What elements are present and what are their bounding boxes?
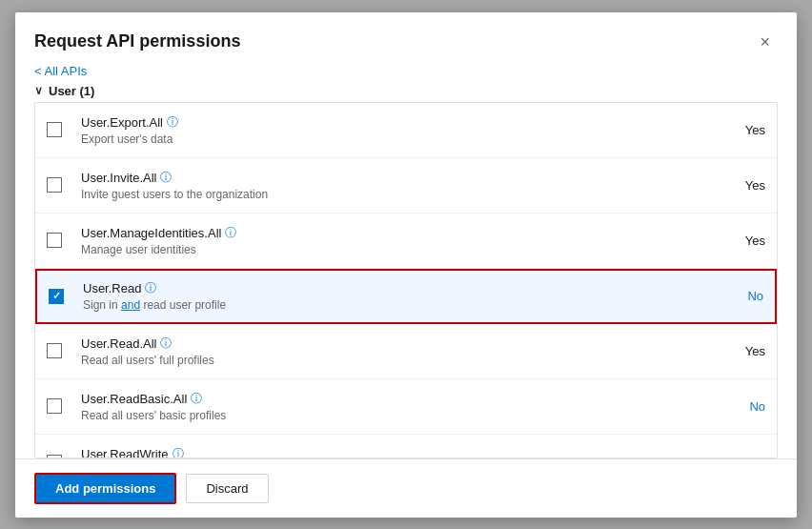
permission-info: User.Read.All ⓘRead all users' full prof… <box>73 336 689 367</box>
permission-name: User.Export.All ⓘ <box>81 114 681 131</box>
info-icon[interactable]: ⓘ <box>160 170 172 186</box>
permission-description: Sign in and read user profile <box>83 298 680 312</box>
info-icon[interactable]: ⓘ <box>167 114 178 131</box>
admin-consent-value: No <box>687 289 763 303</box>
add-permissions-button[interactable]: Add permissions <box>34 473 176 504</box>
permission-checkbox[interactable] <box>47 233 62 248</box>
modal-title: Request API permissions <box>34 31 240 51</box>
permission-row[interactable]: User.ManageIdentities.All ⓘManage user i… <box>35 214 777 269</box>
permission-row[interactable]: User.Export.All ⓘExport user's dataYes <box>35 103 777 158</box>
permission-checkbox[interactable] <box>47 343 62 358</box>
permission-info: User.ReadBasic.All ⓘRead all users' basi… <box>73 391 689 422</box>
permission-row[interactable]: User.ReadWrite ⓘRead and write access to… <box>35 435 777 458</box>
permission-name: User.Invite.All ⓘ <box>81 170 681 186</box>
admin-consent-value: Yes <box>689 178 765 193</box>
checkbox-cell <box>49 289 75 304</box>
modal-body: < All APIs ∨ User (1) User.Export.All ⓘE… <box>15 64 797 458</box>
info-icon[interactable]: ⓘ <box>191 391 202 407</box>
permissions-list[interactable]: User.Export.All ⓘExport user's dataYesUs… <box>34 102 778 458</box>
info-icon[interactable]: ⓘ <box>145 280 156 296</box>
checkbox-cell <box>47 343 73 358</box>
permission-checkbox[interactable] <box>49 289 64 304</box>
info-icon[interactable]: ⓘ <box>225 225 236 241</box>
modal-footer: Add permissions Discard <box>15 458 797 518</box>
permission-checkbox[interactable] <box>47 122 62 137</box>
chevron-down-icon: ∨ <box>34 84 43 97</box>
permission-row[interactable]: User.Read.All ⓘRead all users' full prof… <box>35 324 777 379</box>
permission-info: User.Invite.All ⓘInvite guest users to t… <box>73 170 689 201</box>
info-icon[interactable]: ⓘ <box>160 336 172 352</box>
permission-description: Invite guest users to the organization <box>81 188 681 201</box>
modal-overlay: Request API permissions × < All APIs ∨ U… <box>0 0 812 529</box>
permission-description: Read all users' full profiles <box>81 354 681 367</box>
admin-consent-value: Yes <box>689 123 765 137</box>
permission-description: Export user's data <box>81 132 681 146</box>
back-link[interactable]: < All APIs <box>34 64 778 78</box>
checkbox-cell <box>47 122 73 137</box>
info-icon[interactable]: ⓘ <box>173 446 184 458</box>
permission-info: User.Read ⓘSign in and read user profile <box>75 280 687 312</box>
permission-name: User.ReadBasic.All ⓘ <box>81 391 681 407</box>
checkbox-cell <box>47 177 73 193</box>
permission-description: Manage user identities <box>81 243 681 256</box>
permission-info: User.ManageIdentities.All ⓘManage user i… <box>73 225 689 256</box>
checkbox-cell <box>47 233 73 248</box>
close-button[interactable]: × <box>752 30 778 54</box>
permission-name: User.ManageIdentities.All ⓘ <box>81 225 681 241</box>
request-api-permissions-modal: Request API permissions × < All APIs ∨ U… <box>15 12 797 518</box>
permission-name: User.Read ⓘ <box>83 280 680 296</box>
permission-name: User.ReadWrite ⓘ <box>81 446 681 458</box>
admin-consent-value: Yes <box>689 234 765 248</box>
admin-consent-value: No <box>689 399 765 414</box>
permission-name: User.Read.All ⓘ <box>81 336 681 352</box>
permission-info: User.Export.All ⓘExport user's data <box>73 114 689 146</box>
permission-checkbox[interactable] <box>47 177 62 193</box>
modal-header: Request API permissions × <box>15 12 797 64</box>
permission-checkbox[interactable] <box>47 398 62 414</box>
discard-button[interactable]: Discard <box>186 474 268 503</box>
permission-row[interactable]: User.ReadBasic.All ⓘRead all users' basi… <box>35 379 777 435</box>
permission-description: Read all users' basic profiles <box>81 409 681 422</box>
checkbox-cell <box>47 398 73 414</box>
permission-row[interactable]: User.Read ⓘSign in and read user profile… <box>35 269 777 324</box>
admin-consent-value: Yes <box>689 344 765 358</box>
permission-info: User.ReadWrite ⓘRead and write access to… <box>73 446 689 458</box>
permission-row[interactable]: User.Invite.All ⓘInvite guest users to t… <box>35 158 777 214</box>
section-label: User (1) <box>49 84 94 98</box>
section-header[interactable]: ∨ User (1) <box>34 84 778 98</box>
